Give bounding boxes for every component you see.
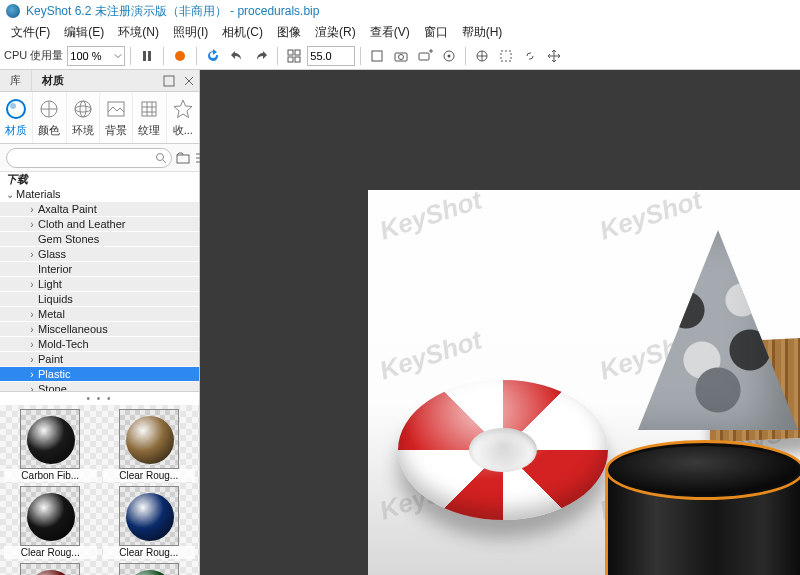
material-icon <box>5 98 27 120</box>
svg-point-16 <box>7 100 25 118</box>
chevron-right-icon: › <box>26 354 38 365</box>
svg-rect-15 <box>164 76 174 86</box>
tab-background[interactable]: 背景 <box>100 92 133 143</box>
svg-point-12 <box>448 54 451 57</box>
menu-render[interactable]: 渲染(R) <box>308 22 363 43</box>
material-tree[interactable]: 下载 ⌄ Materials ›Axalta Paint›Cloth and L… <box>0 172 199 392</box>
carbon-cylinder-object <box>605 440 800 575</box>
tree-item-label: Axalta Paint <box>38 203 97 215</box>
tree-item-label: Glass <box>38 248 66 260</box>
tab-material[interactable]: 材质 <box>0 92 33 143</box>
tree-item-liquids[interactable]: Liquids <box>0 292 199 307</box>
chevron-right-icon: › <box>26 279 38 290</box>
undo-button[interactable] <box>226 45 248 67</box>
svg-rect-0 <box>143 51 146 61</box>
material-thumb[interactable]: Clear Roug... <box>4 486 97 559</box>
folder-sync-icon[interactable] <box>176 149 190 167</box>
panel-header: 库 材质 <box>0 70 199 92</box>
tree-category-materials[interactable]: ⌄ Materials <box>0 187 199 202</box>
svg-rect-4 <box>295 50 300 55</box>
material-thumb[interactable]: Clear Roug... <box>103 486 196 559</box>
chevron-right-icon: › <box>26 384 38 393</box>
region-button[interactable] <box>495 45 517 67</box>
tree-item-label: Miscellaneous <box>38 323 108 335</box>
search-input[interactable] <box>6 148 172 168</box>
lock-camera-button[interactable] <box>438 45 460 67</box>
tab-environment[interactable]: 环境 <box>67 92 100 143</box>
redo-button[interactable] <box>250 45 272 67</box>
library-tab[interactable]: 库 <box>0 70 32 91</box>
svg-point-19 <box>75 101 91 117</box>
tree-item-label: Cloth and Leather <box>38 218 125 230</box>
tree-item-glass[interactable]: ›Glass <box>0 247 199 262</box>
add-camera-button[interactable] <box>414 45 436 67</box>
tree-root-downloads[interactable]: 下载 <box>0 172 199 187</box>
app-icon <box>6 4 20 18</box>
fov-input[interactable] <box>307 46 355 66</box>
menu-camera[interactable]: 相机(C) <box>215 22 270 43</box>
menu-window[interactable]: 窗口 <box>417 22 455 43</box>
menu-lighting[interactable]: 照明(I) <box>166 22 215 43</box>
svg-point-2 <box>175 51 185 61</box>
menu-environment[interactable]: 环境(N) <box>111 22 166 43</box>
svg-rect-14 <box>501 51 511 61</box>
menu-edit[interactable]: 编辑(E) <box>57 22 111 43</box>
cpu-usage-value[interactable] <box>70 50 114 62</box>
tree-item-cloth-and-leather[interactable]: ›Cloth and Leather <box>0 217 199 232</box>
camera-button[interactable] <box>390 45 412 67</box>
tree-item-axalta-paint[interactable]: ›Axalta Paint <box>0 202 199 217</box>
chevron-right-icon: › <box>26 249 38 260</box>
svg-rect-23 <box>142 102 156 116</box>
tree-item-label: Plastic <box>38 368 70 380</box>
tree-item-plastic[interactable]: ›Plastic <box>0 367 199 382</box>
menu-view[interactable]: 查看(V) <box>363 22 417 43</box>
perspective-button[interactable] <box>366 45 388 67</box>
material-header[interactable]: 材质 <box>32 73 74 88</box>
chevron-right-icon: › <box>26 204 38 215</box>
pause-button[interactable] <box>136 45 158 67</box>
grid-toggle-button[interactable] <box>283 45 305 67</box>
tab-color[interactable]: 颜色 <box>33 92 66 143</box>
tree-item-mold-tech[interactable]: ›Mold-Tech <box>0 337 199 352</box>
tree-item-stone[interactable]: ›Stone <box>0 382 199 392</box>
search-row <box>0 144 199 172</box>
fov-value[interactable] <box>310 50 352 62</box>
close-panel-icon[interactable] <box>181 73 197 89</box>
tree-item-miscellaneous[interactable]: ›Miscellaneous <box>0 322 199 337</box>
cpu-usage-select[interactable] <box>67 46 125 66</box>
menu-bar: 文件(F) 编辑(E) 环境(N) 照明(I) 相机(C) 图像 渲染(R) 查… <box>0 22 800 42</box>
material-thumb[interactable] <box>103 563 196 575</box>
material-thumbnails[interactable]: Carbon Fib...Clear Roug...Clear Roug...C… <box>0 405 199 575</box>
tree-item-light[interactable]: ›Light <box>0 277 199 292</box>
globe-icon <box>72 98 94 120</box>
toolbar: CPU 使用量 <box>0 42 800 70</box>
chevron-down-icon <box>114 52 122 60</box>
chevron-right-icon: › <box>26 324 38 335</box>
menu-image[interactable]: 图像 <box>270 22 308 43</box>
tree-item-label: Stone <box>38 383 67 392</box>
tree-item-paint[interactable]: ›Paint <box>0 352 199 367</box>
thumb-label: Clear Roug... <box>103 469 196 482</box>
texture-icon <box>138 98 160 120</box>
svg-point-17 <box>10 103 16 109</box>
material-thumb[interactable]: Clear Roug... <box>103 409 196 482</box>
image-icon <box>105 98 127 120</box>
tree-item-gem-stones[interactable]: Gem Stones <box>0 232 199 247</box>
detach-icon[interactable] <box>161 73 177 89</box>
tab-favorites[interactable]: 收... <box>167 92 199 143</box>
tree-item-interior[interactable]: Interior <box>0 262 199 277</box>
render-viewport[interactable]: KeyShot KeyShot KeyShot KeyShot KeyShot … <box>200 70 800 575</box>
refresh-button[interactable] <box>202 45 224 67</box>
material-thumb[interactable] <box>4 563 97 575</box>
panel-tabs: 材质 颜色 环境 背景 纹理 收... <box>0 92 199 144</box>
tree-item-metal[interactable]: ›Metal <box>0 307 199 322</box>
tab-texture[interactable]: 纹理 <box>133 92 166 143</box>
material-thumb[interactable]: Carbon Fib... <box>4 409 97 482</box>
menu-help[interactable]: 帮助(H) <box>455 22 510 43</box>
move-button[interactable] <box>543 45 565 67</box>
render-button[interactable] <box>169 45 191 67</box>
tumble-button[interactable] <box>471 45 493 67</box>
menu-file[interactable]: 文件(F) <box>4 22 57 43</box>
svg-rect-1 <box>148 51 151 61</box>
link-button[interactable] <box>519 45 541 67</box>
